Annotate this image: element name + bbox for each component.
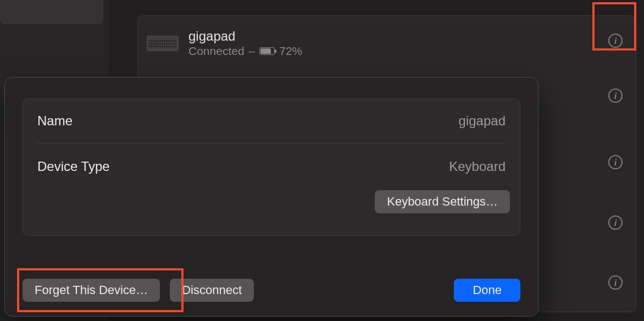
forget-device-button[interactable]: Forget This Device…: [23, 279, 160, 302]
done-button[interactable]: Done: [454, 279, 520, 302]
sidebar-selected-item[interactable]: [0, 0, 103, 24]
device-status: Connected: [188, 45, 245, 58]
info-icon[interactable]: i: [607, 87, 624, 104]
device-text: gigapad Connected – 72%: [188, 29, 302, 58]
detail-list: Name gigapad Device Type Keyboard Keyboa…: [23, 98, 520, 236]
info-icon[interactable]: i: [607, 274, 624, 291]
name-value: gigapad: [459, 113, 506, 129]
info-icon[interactable]: i: [607, 32, 624, 49]
device-type-value: Keyboard: [449, 159, 506, 174]
device-type-label: Device Type: [37, 159, 110, 174]
device-type-row: Device Type Keyboard: [23, 143, 520, 190]
device-detail-sheet: Name gigapad Device Type Keyboard Keyboa…: [4, 77, 538, 317]
name-row[interactable]: Name gigapad: [23, 99, 520, 143]
info-icon[interactable]: i: [607, 154, 624, 170]
keyboard-icon: [147, 36, 179, 51]
device-row[interactable]: gigapad Connected – 72%: [147, 21, 627, 65]
device-name: gigapad: [188, 29, 302, 43]
dash: –: [249, 45, 256, 58]
info-icon[interactable]: i: [607, 214, 624, 231]
disconnect-button[interactable]: Disconnect: [170, 279, 254, 302]
sheet-footer: Forget This Device… Disconnect Done: [23, 279, 520, 302]
name-label: Name: [37, 113, 73, 129]
device-status-line: Connected – 72%: [188, 45, 302, 58]
battery-icon: [259, 47, 275, 55]
battery-percent: 72%: [279, 45, 302, 58]
keyboard-settings-button[interactable]: Keyboard Settings…: [375, 190, 510, 213]
